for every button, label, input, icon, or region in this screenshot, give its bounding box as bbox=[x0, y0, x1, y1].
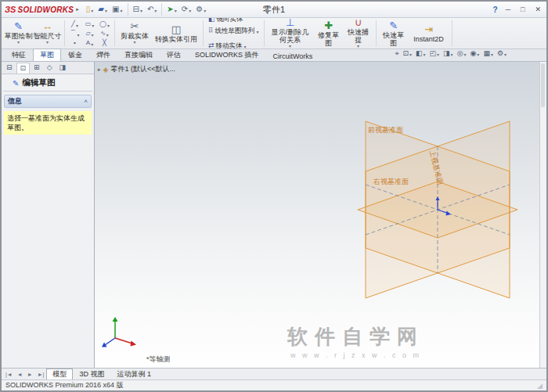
dropdown-arrow-icon[interactable] bbox=[491, 46, 493, 60]
linear-sketch-pattern-icon: ⠿ bbox=[208, 27, 214, 34]
rectangle-tool-button[interactable]: ▭ bbox=[82, 20, 97, 29]
convert-entities-button[interactable]: ◫ 转换实体引用 bbox=[152, 19, 200, 48]
tab-features[interactable]: 特征 bbox=[5, 49, 33, 61]
command-manager-tabs: 特征 草图 钣金 焊件 直接编辑 评估 SOLIDWORKS 插件 Circui… bbox=[2, 49, 546, 62]
dropdown-arrow-icon[interactable] bbox=[424, 46, 426, 60]
maximize-button[interactable]: □ bbox=[518, 5, 527, 13]
print-button[interactable]: ⊟ bbox=[131, 2, 145, 17]
configurationmanager-tab-icon[interactable]: ⊞ bbox=[31, 63, 43, 73]
tab-3d-views[interactable]: 3D 视图 bbox=[73, 369, 110, 379]
dropdown-arrow-icon[interactable] bbox=[289, 44, 291, 49]
tab-weldments[interactable]: 焊件 bbox=[89, 49, 117, 61]
dropdown-arrow-icon[interactable] bbox=[133, 40, 135, 45]
message-group-header[interactable]: 信息 ˄ bbox=[4, 95, 92, 108]
zoom-fit-button[interactable]: ⌖ bbox=[394, 49, 399, 58]
dropdown-arrow-icon[interactable] bbox=[463, 46, 466, 60]
apply-scene-button[interactable]: ▦ bbox=[482, 46, 494, 60]
section-view-button[interactable]: ◧ bbox=[415, 46, 427, 60]
quick-snaps-button[interactable]: ∪ 快速捕捉 bbox=[344, 19, 373, 48]
smart-dimension-button[interactable]: ↔ 智能尺寸 bbox=[33, 19, 62, 48]
display-delete-relations-label: 显示/删除几何关系 bbox=[269, 28, 312, 44]
dropdown-arrow-icon[interactable] bbox=[91, 36, 93, 50]
rebuild-button[interactable]: ⟳ bbox=[179, 2, 193, 17]
scroll-last-button[interactable]: ►| bbox=[35, 369, 47, 379]
titlebar-right: ? ─ □ ✕ bbox=[493, 5, 543, 14]
text-tool-button[interactable]: A bbox=[82, 38, 97, 48]
view-orientation-button[interactable]: ◰ bbox=[429, 46, 441, 60]
displaymanager-tab-icon[interactable]: ◨ bbox=[56, 63, 70, 73]
repair-sketch-button[interactable]: ✚ 修复草图 bbox=[314, 19, 344, 48]
dropdown-arrow-icon[interactable] bbox=[189, 2, 191, 16]
tab-circuitworks[interactable]: CircuitWorks bbox=[266, 51, 320, 61]
dropdown-arrow-icon[interactable] bbox=[204, 2, 206, 16]
arc-tool-button[interactable]: ⌒ bbox=[67, 29, 82, 38]
dropdown-arrow-icon[interactable] bbox=[175, 2, 177, 16]
tab-evaluate[interactable]: 评估 bbox=[160, 49, 188, 61]
select-button[interactable]: ➤ bbox=[164, 2, 178, 17]
save-button[interactable]: ▣ bbox=[110, 2, 124, 17]
minimize-button[interactable]: ─ bbox=[503, 5, 513, 13]
tab-direct-editing[interactable]: 直接编辑 bbox=[117, 49, 160, 61]
tab-motion-study-1[interactable]: 运动算例 1 bbox=[110, 369, 157, 379]
solidworks-logo[interactable]: ЗS SOLIDWORKS ▸ bbox=[5, 5, 79, 14]
dropdown-arrow-icon[interactable] bbox=[504, 46, 507, 60]
tab-sketch[interactable]: 草图 bbox=[33, 49, 61, 61]
erase-tool-button[interactable]: ╳ bbox=[97, 38, 112, 48]
dropdown-arrow-icon[interactable] bbox=[140, 2, 142, 16]
separator bbox=[161, 3, 162, 16]
help-icon[interactable]: ? bbox=[493, 5, 498, 14]
trim-entities-button[interactable]: ✂ 剪裁实体 bbox=[117, 19, 152, 48]
dropdown-arrow-icon[interactable] bbox=[437, 46, 439, 60]
edit-appearance-button[interactable]: ◉ bbox=[470, 46, 481, 60]
vertical-scrollbar[interactable] bbox=[539, 62, 546, 368]
display-delete-relations-button[interactable]: ⊥ 显示/删除几何关系 bbox=[267, 19, 314, 48]
tab-model[interactable]: 模型 bbox=[46, 369, 73, 379]
hide-show-items-button[interactable]: ◎ bbox=[456, 46, 467, 60]
tab-sheet-metal[interactable]: 钣金 bbox=[61, 49, 89, 61]
point-tool-button[interactable]: • bbox=[67, 38, 82, 48]
zoom-area-button[interactable]: ⊡ bbox=[402, 46, 413, 60]
spline-tool-button[interactable]: ∿ bbox=[97, 29, 112, 38]
sketch-button[interactable]: ✎ 草图绘制 bbox=[4, 19, 33, 48]
dropdown-arrow-icon[interactable] bbox=[451, 46, 453, 60]
dropdown-arrow-icon[interactable] bbox=[91, 2, 93, 16]
dimxpertmanager-tab-icon[interactable]: ◇ bbox=[44, 63, 56, 73]
erase-icon: ╳ bbox=[103, 39, 106, 46]
line-tool-button[interactable]: ╱ bbox=[67, 20, 82, 29]
instant2d-button[interactable]: ⇥ Instant2D bbox=[409, 19, 449, 48]
new-button[interactable]: ▯ bbox=[84, 2, 96, 17]
menu-expand-icon[interactable]: ▸ bbox=[76, 6, 79, 13]
dropdown-arrow-icon[interactable] bbox=[105, 2, 107, 16]
dropdown-arrow-icon[interactable] bbox=[154, 2, 157, 16]
polygon-tool-button[interactable]: ▱ bbox=[82, 29, 97, 38]
dropdown-arrow-icon[interactable] bbox=[409, 46, 412, 60]
dropdown-arrow-icon[interactable] bbox=[17, 40, 20, 45]
collapse-chevron-icon[interactable]: ˄ bbox=[84, 98, 88, 105]
linear-sketch-pattern-button[interactable]: ⠿ 线性草图阵列 bbox=[206, 23, 261, 38]
front-plane-label[interactable]: 前视基准面 bbox=[368, 126, 403, 134]
propertymanager-tab-icon[interactable]: ⊡ bbox=[16, 63, 31, 74]
dropdown-arrow-icon[interactable] bbox=[477, 46, 479, 60]
dropdown-arrow-icon[interactable] bbox=[121, 2, 123, 16]
rapid-sketch-button[interactable]: ✎ 快速草图 bbox=[379, 19, 409, 48]
convert-entities-label: 转换实体引用 bbox=[155, 35, 197, 43]
scroll-next-button[interactable]: ► bbox=[25, 369, 35, 379]
dropdown-arrow-icon[interactable] bbox=[46, 40, 49, 45]
scroll-first-button[interactable]: |◄ bbox=[3, 369, 15, 379]
dropdown-arrow-icon[interactable] bbox=[257, 23, 259, 38]
tab-solidworks-addins[interactable]: SOLIDWORKS 插件 bbox=[188, 49, 266, 61]
dropdown-arrow-icon[interactable] bbox=[357, 44, 359, 49]
view-settings-button[interactable]: ⚙ bbox=[496, 46, 507, 60]
featuremanager-tab-icon[interactable]: ⊟ bbox=[3, 63, 16, 73]
scrollbar-thumb[interactable] bbox=[541, 63, 545, 107]
scroll-prev-button[interactable]: ◄ bbox=[15, 369, 25, 379]
right-plane-label[interactable]: 右视基准面 bbox=[373, 178, 409, 185]
options-button[interactable]: ⚙ bbox=[193, 2, 208, 17]
display-style-button[interactable]: ◨ bbox=[442, 46, 454, 60]
close-button[interactable]: ✕ bbox=[532, 5, 543, 13]
undo-button[interactable]: ↶ bbox=[145, 2, 159, 17]
resize-grip-icon[interactable]: ◢ bbox=[537, 382, 543, 390]
circle-tool-button[interactable]: ◯ bbox=[97, 20, 112, 29]
open-button[interactable]: ▰ bbox=[96, 2, 110, 17]
graphics-area[interactable]: ▸ ◈ 零件1 (默认<<默认... 前视基准面 上视基准面 右视基准面 bbox=[95, 62, 539, 368]
